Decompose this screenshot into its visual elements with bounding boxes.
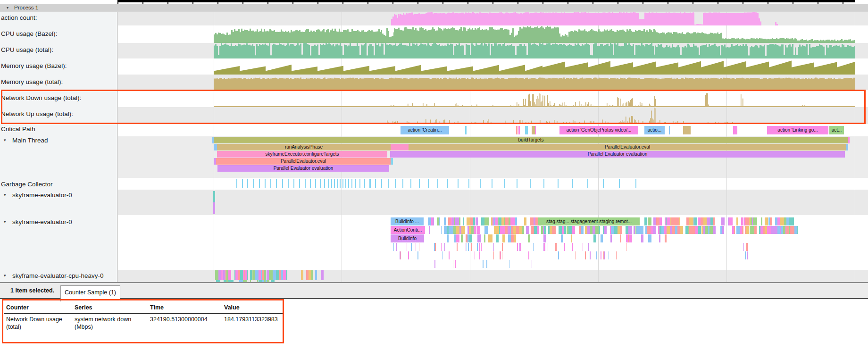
slice[interactable]: [571, 234, 572, 242]
thread-label-skyframe-evaluator-0[interactable]: skyframe-evaluator-0: [12, 218, 72, 225]
slice[interactable]: [457, 243, 458, 251]
slice[interactable]: [599, 226, 600, 234]
slice[interactable]: [401, 251, 401, 259]
slice-buildtargets[interactable]: buildTargets: [214, 137, 848, 143]
slice[interactable]: [558, 251, 559, 259]
slice[interactable]: [467, 243, 467, 251]
slice[interactable]: [563, 243, 563, 251]
slice[interactable]: [484, 234, 485, 242]
slice[interactable]: [469, 234, 472, 242]
slice[interactable]: [713, 217, 714, 225]
slice[interactable]: [672, 226, 675, 234]
slice[interactable]: [447, 234, 449, 242]
slice[interactable]: [215, 270, 218, 280]
slice[interactable]: [255, 270, 259, 280]
slice[interactable]: [761, 217, 762, 225]
slice[interactable]: [247, 270, 248, 280]
slice[interactable]: [286, 270, 287, 280]
slice[interactable]: [391, 158, 393, 165]
slice[interactable]: [736, 217, 738, 225]
slice[interactable]: [722, 226, 724, 234]
gc-event-tick[interactable]: [276, 179, 277, 188]
slice[interactable]: [439, 217, 440, 225]
thread-label-skyframe-evaluator-0[interactable]: skyframe-evaluator-0: [12, 192, 72, 199]
gc-event-tick[interactable]: [328, 179, 329, 188]
slice[interactable]: [494, 226, 497, 234]
slice[interactable]: [729, 217, 733, 225]
slice[interactable]: [581, 226, 584, 234]
slice[interactable]: [479, 243, 480, 251]
slice[interactable]: [493, 243, 494, 251]
slice-actionconti-[interactable]: ActionConti...: [391, 226, 425, 234]
slice-parallelevaluator-eval[interactable]: ParallelEvaluator.eval: [409, 144, 846, 150]
track-label-network-down-usage-total[interactable]: Network Down usage (total):: [1, 94, 81, 101]
slice[interactable]: [501, 226, 505, 234]
collapse-triangle-icon[interactable]: ▾: [4, 138, 6, 142]
slice[interactable]: [588, 243, 589, 251]
tab-counter-sample[interactable]: Counter Sample (1): [60, 285, 120, 301]
slice[interactable]: [543, 243, 544, 251]
gc-event-tick[interactable]: [242, 179, 243, 188]
slice[interactable]: [774, 226, 777, 234]
slice[interactable]: [528, 251, 529, 259]
slice-parallel-evaluator-evaluation[interactable]: Parallel Evaluator evaluation: [217, 165, 389, 172]
slice[interactable]: [311, 270, 314, 280]
gc-event-tick[interactable]: [419, 179, 420, 188]
slice[interactable]: [747, 243, 748, 251]
gc-event-tick[interactable]: [428, 179, 429, 188]
slice[interactable]: [321, 270, 324, 280]
slice[interactable]: [707, 217, 710, 225]
slice[interactable]: [465, 126, 467, 134]
slice[interactable]: [496, 234, 499, 242]
slice[interactable]: [610, 234, 612, 242]
slice[interactable]: [515, 217, 517, 225]
slice[interactable]: [301, 270, 304, 280]
gc-event-tick[interactable]: [259, 179, 260, 188]
slice-action-creatin-[interactable]: action 'Creatin...: [401, 126, 449, 134]
slice-action-genobjcprotos-video-[interactable]: action 'GenObjcProtos video/...: [559, 126, 638, 134]
slice[interactable]: [647, 226, 651, 234]
slice[interactable]: [511, 234, 515, 242]
slice[interactable]: [698, 217, 701, 225]
slice[interactable]: [770, 217, 772, 225]
slice[interactable]: [626, 243, 626, 251]
gc-event-tick[interactable]: [603, 179, 604, 188]
slice[interactable]: [442, 251, 442, 259]
slice[interactable]: [751, 226, 754, 234]
slice[interactable]: [571, 251, 571, 259]
slice[interactable]: [526, 226, 530, 234]
gc-event-tick[interactable]: [388, 179, 389, 188]
slice[interactable]: [593, 234, 596, 242]
slice[interactable]: [417, 251, 418, 259]
slice[interactable]: [601, 251, 601, 259]
slice[interactable]: [544, 226, 546, 234]
slice[interactable]: [683, 126, 691, 134]
slice[interactable]: [213, 191, 215, 202]
slice[interactable]: [269, 270, 273, 280]
gc-event-tick[interactable]: [410, 179, 411, 188]
thread-label-skyframe-evaluator-cpu-heavy-0[interactable]: skyframe-evaluator-cpu-heavy-0: [12, 272, 104, 279]
slice-buildinfo[interactable]: BuildInfo: [391, 234, 424, 242]
slice[interactable]: [461, 234, 464, 242]
slice[interactable]: [746, 243, 747, 251]
slice[interactable]: [481, 217, 484, 225]
slice[interactable]: [466, 243, 466, 251]
collapse-triangle-icon[interactable]: ▾: [4, 219, 6, 224]
cell-time[interactable]: 324190.51300000004: [150, 316, 221, 324]
slice[interactable]: [641, 226, 643, 234]
slice[interactable]: [475, 251, 475, 259]
slice-stag-stag-stagagement-staging-[interactable]: stag.stag... stagagement.staging.remot..…: [538, 217, 640, 225]
slice-parallel-evaluator-evaluation[interactable]: Parallel Evaluator evaluation: [390, 151, 845, 158]
slice[interactable]: [669, 126, 670, 134]
slice[interactable]: [514, 234, 516, 242]
slice[interactable]: [433, 217, 434, 225]
slice[interactable]: [471, 243, 472, 251]
slice[interactable]: [472, 243, 472, 251]
slice-action-linking-go-[interactable]: action 'Linking go...: [767, 126, 828, 134]
slice[interactable]: [742, 226, 743, 234]
slice[interactable]: [449, 251, 450, 259]
track-label-network-up-usage-total[interactable]: Network Up usage (total):: [1, 110, 73, 117]
gc-event-tick[interactable]: [293, 179, 294, 188]
slice[interactable]: [653, 226, 656, 234]
slice[interactable]: [228, 270, 231, 280]
